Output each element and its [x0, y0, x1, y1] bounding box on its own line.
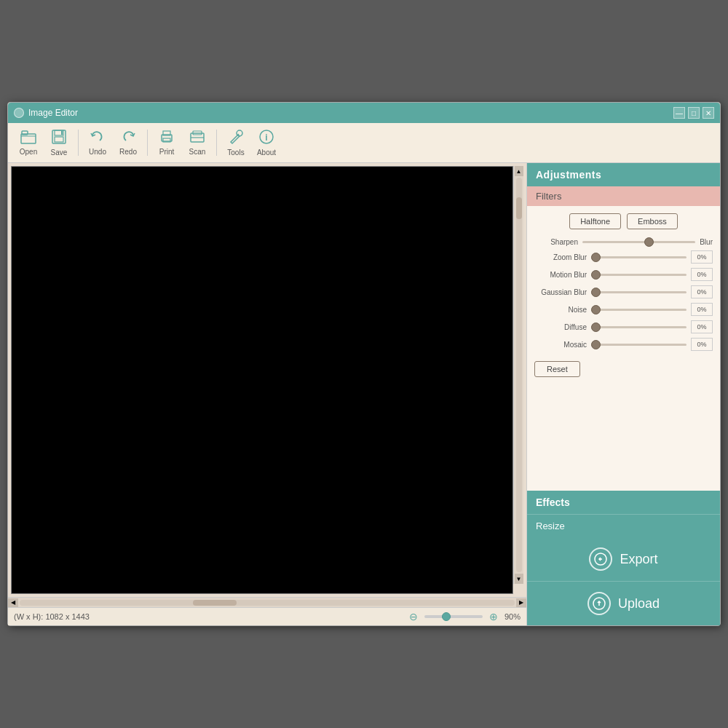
mosaic-thumb[interactable]: [591, 340, 601, 349]
redo-icon: [120, 130, 136, 146]
gaussian-blur-thumb[interactable]: [591, 288, 601, 297]
about-label: About: [257, 149, 276, 157]
zoom-blur-label: Zoom Blur: [534, 253, 587, 261]
scrollbar-v-thumb[interactable]: [516, 197, 522, 219]
scroll-down-arrow[interactable]: ▼: [515, 574, 523, 584]
diffuse-slider[interactable]: [591, 326, 687, 328]
tools-icon: [228, 129, 244, 147]
scroll-left-arrow[interactable]: ◀: [8, 598, 18, 607]
mosaic-slider[interactable]: [591, 344, 687, 346]
gaussian-blur-value: 0%: [691, 285, 713, 298]
save-button[interactable]: Save: [44, 126, 74, 159]
undo-icon: [90, 130, 106, 146]
open-icon: [20, 130, 36, 146]
panel-spacer: [527, 384, 720, 491]
export-button[interactable]: Export: [527, 537, 720, 581]
filters-header: Filters: [527, 186, 720, 206]
save-icon: [51, 129, 67, 147]
filters-content: Halftone Emboss Sharpen Blur Zoom Blur: [527, 206, 720, 384]
zoom-blur-thumb[interactable]: [591, 253, 601, 262]
noise-thumb[interactable]: [591, 305, 601, 314]
svg-text:i: i: [265, 132, 267, 143]
scrollbar-h-thumb[interactable]: [193, 600, 237, 606]
noise-slider[interactable]: [591, 309, 687, 311]
toolbar: Open Save Undo Redo Print: [8, 123, 720, 163]
export-label: Export: [620, 552, 657, 567]
gaussian-blur-label: Gaussian Blur: [534, 288, 587, 296]
save-label: Save: [51, 149, 68, 157]
scrollbar-v-track[interactable]: [516, 178, 522, 572]
adjustments-header: Adjustments: [527, 163, 720, 186]
minimize-button[interactable]: —: [673, 107, 685, 119]
diffuse-value: 0%: [691, 320, 713, 333]
svg-rect-1: [22, 131, 28, 135]
scrollbar-h-track[interactable]: [20, 600, 515, 606]
halftone-button[interactable]: Halftone: [569, 213, 621, 229]
sharpen-row: Sharpen Blur: [534, 238, 713, 246]
tools-button[interactable]: Tools: [221, 126, 250, 159]
scrollbar-vertical[interactable]: ▲ ▼: [513, 166, 523, 584]
sharpen-slider[interactable]: [582, 241, 695, 243]
main-content: ▲ ▼ ◀ ▶ (W x H): 1082 x 1443 ⊖: [8, 163, 720, 625]
app-window: Image Editor — □ ✕ Open Save Undo: [7, 102, 721, 626]
diffuse-row: Diffuse 0%: [534, 320, 713, 333]
undo-label: Undo: [89, 148, 106, 156]
status-bar: (W x H): 1082 x 1443 ⊖ ⊕ 90%: [8, 607, 526, 625]
reset-button[interactable]: Reset: [534, 361, 580, 377]
motion-blur-thumb[interactable]: [591, 270, 601, 280]
scan-icon: [189, 130, 205, 146]
toolbar-separator-2: [147, 130, 148, 156]
blur-label: Blur: [700, 238, 713, 246]
zoom-blur-slider[interactable]: [591, 256, 687, 258]
upload-icon: [587, 592, 611, 615]
mosaic-value: 0%: [691, 338, 713, 351]
svg-rect-0: [21, 134, 36, 143]
gaussian-blur-slider[interactable]: [591, 291, 687, 293]
sharpen-thumb[interactable]: [644, 237, 654, 247]
diffuse-thumb[interactable]: [591, 323, 601, 332]
filter-buttons: Halftone Emboss: [534, 213, 713, 229]
motion-blur-label: Motion Blur: [534, 271, 587, 279]
about-icon: i: [258, 129, 274, 147]
scan-button[interactable]: Scan: [183, 127, 212, 159]
scrollbar-horizontal[interactable]: ◀ ▶: [8, 597, 526, 607]
effects-section: Effects: [527, 491, 720, 514]
diffuse-label: Diffuse: [534, 323, 587, 331]
zoom-blur-row: Zoom Blur 0%: [534, 250, 713, 264]
open-label: Open: [20, 148, 37, 156]
canvas-image: [11, 166, 513, 594]
zoom-slider[interactable]: [424, 615, 483, 618]
zoom-percent: 90%: [505, 612, 521, 621]
zoom-slider-thumb[interactable]: [442, 612, 451, 621]
dimensions-label: (W x H): 1082 x 1443: [14, 612, 90, 621]
motion-blur-value: 0%: [691, 268, 713, 281]
resize-label: Resize: [536, 521, 565, 531]
mosaic-label: Mosaic: [534, 341, 587, 349]
print-button[interactable]: Print: [152, 127, 181, 159]
redo-button[interactable]: Redo: [114, 127, 143, 159]
print-label: Print: [159, 148, 175, 156]
maximize-button[interactable]: □: [688, 107, 700, 119]
motion-blur-slider[interactable]: [591, 274, 687, 276]
scan-label: Scan: [189, 148, 206, 156]
svg-rect-4: [55, 137, 63, 142]
upload-label: Upload: [618, 596, 660, 612]
canvas-viewport[interactable]: ▲ ▼: [11, 166, 523, 594]
upload-button[interactable]: Upload: [527, 581, 720, 625]
open-button[interactable]: Open: [14, 127, 43, 159]
right-panel: Adjustments Filters Halftone Emboss Shar…: [527, 163, 720, 625]
undo-button[interactable]: Undo: [83, 127, 112, 159]
zoom-out-button[interactable]: ⊖: [407, 610, 420, 623]
scroll-up-arrow[interactable]: ▲: [515, 166, 523, 176]
redo-label: Redo: [119, 148, 137, 156]
resize-section: Resize: [527, 514, 720, 537]
close-button[interactable]: ✕: [703, 107, 714, 119]
zoom-blur-value: 0%: [691, 250, 713, 264]
print-icon: [159, 130, 175, 146]
emboss-button[interactable]: Emboss: [627, 213, 678, 229]
window-title: Image Editor: [28, 108, 78, 118]
export-icon: [589, 547, 612, 571]
zoom-in-button[interactable]: ⊕: [487, 610, 500, 623]
about-button[interactable]: i About: [252, 126, 281, 159]
scroll-right-arrow[interactable]: ▶: [516, 598, 526, 607]
